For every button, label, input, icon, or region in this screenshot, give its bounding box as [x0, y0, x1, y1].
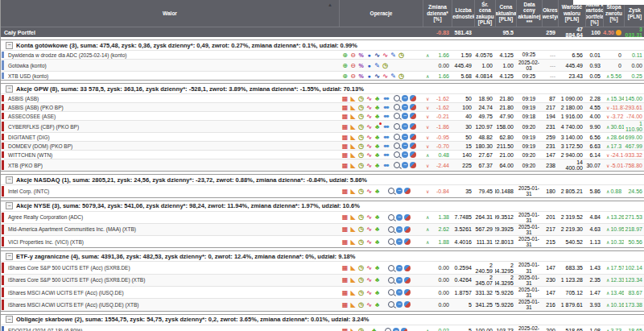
- plant-icon[interactable]: ♣: [374, 238, 381, 246]
- instrument-name-cell[interactable]: XTB (PKO BP): [1, 159, 339, 171]
- column-header-operacje[interactable]: Operacje: [339, 0, 423, 27]
- table-row[interactable]: CYBERFLKS (CBF) (PKO BP)▦◣◷∿♣☻−∨-1.86301…: [1, 120, 644, 132]
- table-row[interactable]: DIGITANET (DIG)▦◣◷∿♣☻−∨-0.955048.8262.80…: [1, 132, 644, 141]
- area-icon[interactable]: ◣: [349, 113, 357, 120]
- table-row[interactable]: Gotówka (konto)⊕⊖%●✎◷0.00445.491.001.002…: [1, 59, 644, 71]
- table-row[interactable]: iShares MSCI ACWI UCITS ETF (Acc) (IUSQ.…: [1, 286, 644, 298]
- clock-icon[interactable]: ◷: [357, 301, 365, 308]
- pair-pie-icon[interactable]: [404, 214, 411, 221]
- pair-minus-icon[interactable]: −: [402, 113, 408, 119]
- pair-pie-icon[interactable]: [410, 113, 416, 119]
- section-header[interactable]: Konta gotówkowe (3), suma: 475,48, zysk:…: [1, 40, 644, 50]
- instrument-name-cell[interactable]: Intel Corp. (INTC): [1, 185, 339, 197]
- instrument-name-cell[interactable]: DOMDEV (DOM) (PKO BP): [1, 142, 339, 150]
- plant-icon[interactable]: ♣: [374, 289, 381, 296]
- instrument-name-cell[interactable]: Gotówka (konto): [1, 60, 339, 71]
- pair-minus-icon[interactable]: −: [402, 134, 408, 140]
- basket-icon[interactable]: ▦: [341, 143, 349, 150]
- table-row[interactable]: Agree Realty Corporation (ADC)▦◣◷∿♣−∧1.3…: [1, 211, 644, 223]
- chart-navy-icon[interactable]: ∿: [374, 52, 381, 59]
- instrument-name-cell[interactable]: iShares MSCI ACWI UCITS ETF (Acc) (IUSQ.…: [1, 287, 339, 298]
- chart-red-icon[interactable]: ∿: [365, 225, 373, 233]
- chart-navy-icon[interactable]: ∿: [374, 72, 381, 80]
- pair-pie-icon[interactable]: [404, 238, 411, 245]
- percent-icon[interactable]: %: [357, 52, 365, 59]
- chart-red-icon[interactable]: ∿: [365, 213, 373, 221]
- magnify-icon[interactable]: [385, 328, 391, 331]
- pair-pie-icon[interactable]: [410, 123, 416, 130]
- basket-icon[interactable]: ▦: [341, 188, 349, 195]
- area-icon[interactable]: ◣: [349, 188, 357, 195]
- pair-pie-icon[interactable]: [404, 289, 411, 296]
- basket-icon[interactable]: ▦: [341, 238, 349, 246]
- section-header[interactable]: ETF-y zagraniczne (4), suma: 4391,36, zy…: [1, 251, 644, 261]
- table-row[interactable]: Dywidenda w drodze dla ADC (2025-02-14) …: [1, 50, 644, 59]
- basket-icon[interactable]: ▦: [341, 104, 349, 111]
- pair-minus-icon[interactable]: −: [402, 162, 408, 168]
- people-icon[interactable]: ☻: [382, 104, 389, 111]
- area-icon[interactable]: ◣: [349, 213, 357, 221]
- people-icon[interactable]: ☻: [382, 151, 389, 159]
- area-icon[interactable]: ◣: [349, 104, 357, 111]
- edit-icon[interactable]: ✎: [390, 72, 397, 80]
- table-row[interactable]: Mid-America Apartment Communities Inc. (…: [1, 223, 644, 235]
- clock-icon[interactable]: ◷: [382, 62, 389, 69]
- chart-red-icon[interactable]: ∿: [365, 264, 373, 271]
- dot-icon[interactable]: ●: [365, 52, 373, 59]
- table-row[interactable]: DOMDEV (DOM) (PKO BP)▦◣◷∿♣☻−∨-0.7015180.…: [1, 141, 644, 150]
- chart-red-icon[interactable]: ∿: [365, 134, 373, 141]
- edit-icon[interactable]: ✎: [374, 62, 381, 69]
- magnify-icon[interactable]: [388, 238, 394, 245]
- magnify-icon[interactable]: [388, 188, 394, 194]
- pair-minus-icon[interactable]: −: [396, 238, 402, 245]
- pair-minus-icon[interactable]: −: [396, 265, 402, 271]
- magnify-icon[interactable]: [394, 123, 400, 130]
- clock-icon[interactable]: ◷: [357, 225, 365, 233]
- instrument-name-cell[interactable]: Agree Realty Corporation (ADC): [1, 212, 339, 223]
- collapse-icon[interactable]: [6, 85, 13, 93]
- pair-pie-icon[interactable]: [404, 277, 411, 283]
- area-icon[interactable]: ◣: [349, 162, 357, 169]
- clock-icon[interactable]: ◷: [357, 123, 365, 130]
- sort-arrow-icon[interactable]: ▲: [328, 2, 332, 9]
- plant-icon[interactable]: ♣: [374, 264, 381, 271]
- plant-icon[interactable]: ♣: [374, 143, 381, 150]
- section-header[interactable]: Akcje GPW (8), suma: 33 578,5, zysk: 363…: [1, 84, 644, 93]
- add-icon[interactable]: ⊕: [341, 52, 349, 59]
- section-header[interactable]: Obligacje skarbowe (2), suma: 1554,75, z…: [1, 315, 644, 325]
- instrument-name-cell[interactable]: iShares Core S&P 500 UCITS ETF (Acc) (SX…: [1, 275, 339, 286]
- plant-icon[interactable]: ♣: [374, 113, 381, 120]
- warning-icon[interactable]: [616, 30, 621, 35]
- pair-minus-icon[interactable]: −: [402, 123, 408, 130]
- plant-icon[interactable]: ♣: [374, 213, 381, 221]
- area-icon[interactable]: ◣: [349, 225, 357, 233]
- plant-icon[interactable]: ♣: [374, 95, 381, 102]
- collapse-icon[interactable]: [6, 202, 13, 209]
- chart-red-icon[interactable]: ∿: [365, 188, 373, 195]
- instrument-name-cell[interactable]: Mid-America Apartment Communities Inc. (…: [1, 224, 339, 235]
- add-icon[interactable]: ⊕: [341, 72, 349, 80]
- table-row[interactable]: Intel Corp. (INTC)▦◣◷∿♣−∨-0.843579.4580.…: [1, 184, 644, 197]
- magnify-icon[interactable]: [388, 265, 394, 271]
- clock-icon[interactable]: ◷: [357, 276, 365, 283]
- instrument-name-cell[interactable]: XTB USD (konto): [1, 72, 339, 80]
- pair-pie-icon[interactable]: [404, 188, 411, 194]
- column-header-srednia-cena[interactable]: Śr. cena zakupu [PLN]: [474, 0, 495, 27]
- pair-pie-icon[interactable]: [410, 104, 416, 110]
- table-row[interactable]: XTB (PKO BP)▦◣◷∿♣☻−∨-2.4422567.3764.0009…: [1, 159, 644, 171]
- basket-icon[interactable]: ▦: [341, 327, 349, 331]
- column-header-walor[interactable]: Walor ▲: [1, 0, 339, 27]
- collapse-icon[interactable]: [6, 316, 13, 323]
- area-icon[interactable]: ◣: [349, 289, 357, 296]
- chart-red-icon[interactable]: ∿: [365, 301, 373, 308]
- pair-pie-icon[interactable]: [401, 328, 407, 331]
- chart-red-icon[interactable]: ∿: [365, 95, 373, 102]
- pair-minus-icon[interactable]: −: [402, 151, 408, 158]
- column-header-okres[interactable]: Okres inwestycji: [542, 0, 558, 27]
- table-row[interactable]: ASBIS (ASB)▦◣◷∿♣☻−∨-1.625018.9021.8009:1…: [1, 93, 644, 102]
- remove-icon[interactable]: ⊖: [349, 62, 357, 69]
- magnify-icon[interactable]: [394, 162, 400, 168]
- magnify-icon[interactable]: [394, 151, 400, 158]
- instrument-name-cell[interactable]: ASBIS (ASB): [1, 94, 339, 102]
- column-header-cena-aktualna[interactable]: Cena aktualna [PLN]: [495, 0, 516, 27]
